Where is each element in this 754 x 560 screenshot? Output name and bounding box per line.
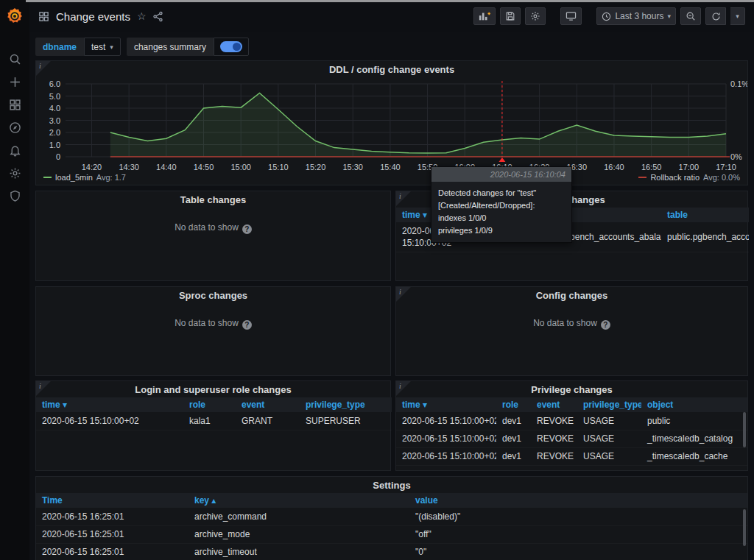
column-header[interactable]: value — [409, 493, 748, 508]
column-header[interactable]: object — [641, 397, 748, 412]
column-header[interactable]: privilege_type — [577, 397, 641, 412]
add-icon[interactable] — [9, 76, 21, 88]
panel-info-icon[interactable]: i — [396, 287, 411, 302]
help-question-icon[interactable]: ? — [242, 320, 252, 330]
table-cell: REVOKE — [531, 430, 577, 447]
tv-mode-button[interactable] — [560, 7, 582, 25]
privilege-changes-table: time ▾roleeventprivilege_typeobject 2020… — [396, 397, 748, 471]
table-row: 2020-06-15 16:25:01archive_timeout"0" — [36, 543, 748, 560]
legend-item-rollback-ratio[interactable]: Rollback ratio Avg: 0.0% — [638, 172, 740, 182]
refresh-button[interactable] — [705, 7, 726, 25]
time-picker-button[interactable]: Last 3 hours ▾ — [596, 7, 676, 25]
column-header[interactable]: time ▾ — [36, 397, 183, 412]
panel-title[interactable]: Settings — [36, 477, 747, 493]
axis-label: 15:00 — [230, 163, 251, 171]
share-icon[interactable] — [152, 11, 163, 22]
time-range-label: Last 3 hours — [615, 11, 663, 21]
variable-dbname-label: dbname — [35, 38, 84, 56]
grafana-logo-icon[interactable] — [5, 7, 24, 26]
save-icon — [505, 11, 515, 21]
chart-annotation-tooltip: 2020-06-15 16:10:04 Detected changes for… — [431, 166, 572, 243]
table-cell: GRANT — [236, 412, 300, 430]
panel-info-icon[interactable]: i — [396, 191, 411, 206]
table-cell: public.pgbench_accounts — [661, 222, 749, 252]
column-header[interactable]: Time — [36, 493, 188, 508]
table-row: 2020-06-15 16:25:01archive_command"(disa… — [36, 508, 748, 525]
alerting-icon[interactable] — [9, 144, 21, 157]
column-header[interactable]: table — [661, 208, 749, 222]
table-cell: 2020-06-15 16:25:01 — [36, 525, 188, 543]
axis-label: 15:10 — [268, 163, 289, 171]
zoom-out-time-button[interactable] — [680, 7, 701, 25]
panel-title[interactable]: DDL / config change events — [36, 61, 747, 77]
table-cell: archive_timeout — [188, 543, 409, 560]
table-cell: kala1 — [183, 412, 236, 430]
changes-summary-toggle[interactable] — [214, 38, 249, 56]
axis-label: 16:50 — [641, 163, 662, 171]
panel-ddl-config-change-events: i DDL / config change events 01.02.03.04… — [35, 60, 748, 185]
add-panel-button[interactable] — [473, 7, 496, 25]
panel-info-icon[interactable]: i — [36, 61, 51, 76]
column-header[interactable]: event — [236, 397, 300, 412]
panel-privilege-changes: i Privilege changes time ▾roleeventprivi… — [395, 380, 748, 471]
series-name: load_5min — [55, 173, 93, 182]
axis-label: 2.0 — [49, 128, 60, 137]
sidebar — [0, 0, 29, 560]
help-question-icon[interactable]: ? — [601, 320, 610, 330]
scrollbar-thumb[interactable] — [743, 509, 746, 546]
table-cell: _timescaledb_catalog — [641, 430, 748, 447]
tooltip-line: Detected changes for "test" — [438, 187, 565, 199]
column-header[interactable]: privilege_type — [300, 397, 392, 412]
panel-title[interactable]: Login and superuser role changes — [36, 381, 390, 397]
table-cell: USAGE — [577, 430, 641, 447]
search-icon[interactable] — [9, 53, 21, 65]
security-icon[interactable] — [9, 190, 21, 202]
tooltip-body: Detected changes for "test" [Created/Alt… — [431, 182, 571, 242]
series-avg: Avg: 0.0% — [703, 173, 740, 182]
timeseries-chart[interactable]: 01.02.03.04.05.06.00.1%0%14:2014:3014:40… — [36, 77, 747, 173]
dashboards-icon[interactable] — [9, 99, 21, 111]
panel-table-changes: Table changes No data to show? — [35, 191, 391, 281]
panel-info-icon[interactable]: i — [396, 381, 411, 396]
legend-item-load5min[interactable]: load_5min Avg: 1.7 — [43, 172, 126, 182]
configuration-icon[interactable] — [9, 167, 21, 180]
panel-title[interactable]: Table changes — [36, 191, 390, 208]
scrollbar-thumb[interactable] — [743, 412, 746, 447]
page-title[interactable]: Change events — [56, 10, 130, 23]
panel-title[interactable]: Config changes — [396, 287, 747, 303]
annotation-marker-icon[interactable] — [498, 157, 505, 162]
axis-label: 14:20 — [82, 163, 102, 171]
table-cell: archive_mode — [188, 525, 409, 543]
panel-info-icon[interactable]: i — [36, 381, 51, 396]
table-row: 2020-06-15 15:10:00+02dev1REVOKEUSAGE_ti… — [396, 465, 748, 471]
settings-gear-icon — [530, 11, 540, 21]
axis-label: 5.0 — [49, 92, 60, 101]
dashboard-settings-button[interactable] — [525, 7, 546, 25]
column-header[interactable]: key ▴ — [188, 493, 409, 508]
table-cell: "0" — [409, 543, 748, 560]
star-icon[interactable]: ☆ — [137, 10, 147, 22]
variable-dbname-select[interactable]: test ▾ — [84, 38, 121, 56]
column-header[interactable]: role — [496, 397, 531, 412]
explore-icon[interactable] — [9, 121, 21, 134]
axis-label: 0 — [56, 152, 60, 161]
changes-summary-label: changes summary — [127, 38, 214, 56]
axis-label: 14:50 — [194, 163, 214, 171]
save-dashboard-button[interactable] — [500, 7, 521, 25]
panel-title[interactable]: Sproc changes — [36, 287, 390, 303]
axis-label: 6.0 — [49, 79, 60, 88]
table-cell: REVOKE — [531, 412, 577, 430]
refresh-icon — [711, 12, 721, 21]
table-cell: dev1 — [496, 430, 531, 447]
table-cell: dev1 — [496, 465, 531, 471]
refresh-interval-dropdown[interactable]: ▾ — [730, 7, 745, 25]
panel-title[interactable]: Privilege changes — [396, 381, 747, 397]
axis-label: 16:40 — [604, 163, 624, 171]
clock-icon — [602, 12, 611, 21]
help-question-icon[interactable]: ? — [242, 224, 252, 234]
no-data-message: No data to show? — [36, 222, 390, 234]
column-header[interactable]: event — [531, 397, 577, 412]
column-header[interactable]: time ▾ — [396, 397, 496, 412]
column-header[interactable]: role — [183, 397, 236, 412]
series-avg: Avg: 1.7 — [96, 173, 126, 182]
